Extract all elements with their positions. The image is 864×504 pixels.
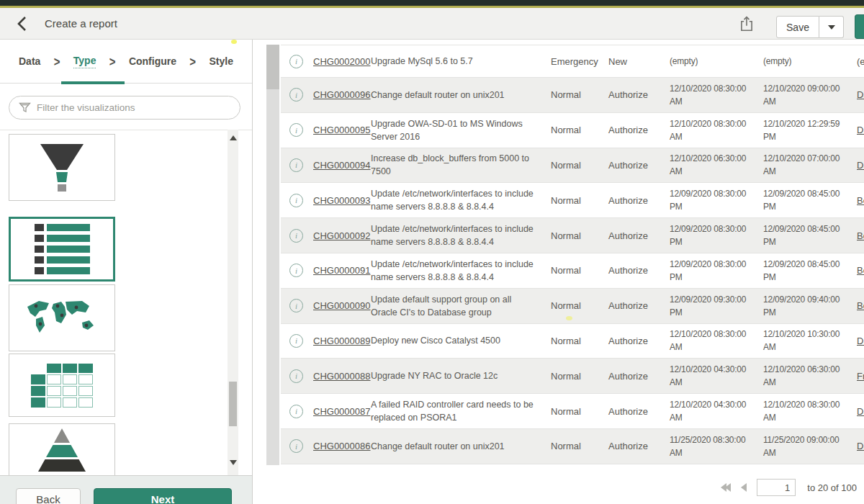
planned-end-value: 12/09/2020 09:40:00 PM — [763, 293, 857, 319]
priority-value: Normal — [551, 406, 608, 417]
change-number-link[interactable]: CHG0000092 — [313, 230, 371, 241]
change-number-link[interactable]: CHG0000091 — [313, 265, 371, 276]
table-row: i CHG0000091 Update /etc/network/interfa… — [281, 253, 864, 289]
info-icon[interactable]: i — [289, 55, 303, 68]
save-button[interactable]: Save — [776, 16, 819, 38]
wizard-step-configure[interactable]: Configure — [129, 55, 176, 67]
planned-start-value: 12/10/2020 04:30:00 AM — [670, 363, 763, 389]
back-chevron-icon — [14, 24, 30, 36]
info-icon[interactable]: i — [289, 194, 303, 207]
visualization-list — [0, 130, 252, 475]
assigned-to-link[interactable]: Dav — [857, 160, 864, 171]
breadcrumb-chevron-icon: > — [189, 53, 196, 68]
change-number-link[interactable]: CHG0000087 — [313, 406, 371, 417]
previous-page-button[interactable] — [741, 483, 747, 492]
filter-funnel-icon — [19, 102, 31, 116]
table-row: i CHG0000094 Increase db_block_buffers f… — [281, 148, 864, 184]
change-number-link[interactable]: CHG0000093 — [313, 195, 371, 206]
info-icon[interactable]: i — [289, 439, 303, 453]
assigned-to-link[interactable]: Bow — [857, 230, 864, 241]
priority-value: Normal — [551, 300, 608, 311]
short-description: Increase db_block_buffers from 5000 to 7… — [371, 152, 551, 178]
info-icon[interactable]: i — [289, 158, 303, 172]
viz-option-heatmap-table[interactable] — [9, 354, 115, 417]
pagination-range-label: to 20 of 100 — [807, 482, 857, 493]
planned-start-value: 11/25/2020 08:30:00 AM — [670, 433, 763, 459]
change-number-link[interactable]: CHG0002000 — [313, 56, 371, 67]
assigned-to-link[interactable]: Dav — [857, 441, 864, 451]
assigned-to-link[interactable]: Bow — [857, 300, 864, 311]
info-icon[interactable]: i — [289, 369, 303, 383]
wizard-step-data[interactable]: Data — [19, 55, 40, 67]
back-step-button[interactable]: Back — [16, 488, 81, 504]
save-caret-icon — [828, 25, 835, 33]
change-number-link[interactable]: CHG0000090 — [313, 300, 371, 311]
info-icon[interactable]: i — [289, 88, 303, 102]
change-number-link[interactable]: CHG0000089 — [313, 336, 371, 346]
wizard-step-style[interactable]: Style — [209, 55, 233, 67]
info-icon[interactable]: i — [289, 264, 303, 277]
funnel-chart-icon — [9, 135, 115, 200]
scroll-down-icon[interactable] — [230, 460, 237, 465]
first-page-button[interactable] — [721, 483, 731, 492]
breadcrumb-chevron-icon: > — [54, 53, 60, 68]
viz-option-world-map[interactable] — [9, 284, 115, 351]
change-number-link[interactable]: CHG0000094 — [313, 160, 371, 171]
heatmap-table-icon — [31, 364, 93, 408]
next-step-button[interactable]: Next — [94, 488, 232, 504]
assigned-to-link[interactable]: Dav — [857, 336, 864, 346]
change-number-link[interactable]: CHG0000088 — [313, 371, 371, 382]
state-value: Authorize — [608, 371, 670, 382]
change-number-link[interactable]: CHG0000095 — [313, 125, 371, 135]
page-number-input[interactable] — [757, 479, 796, 496]
scroll-up-icon[interactable] — [230, 135, 237, 140]
viz-list-scrollbar[interactable] — [228, 130, 238, 475]
assigned-to-link[interactable]: Bow — [857, 195, 864, 206]
back-button[interactable] — [14, 14, 36, 35]
table-row: i CHG0000088 Upgrade NY RAC to Oracle 12… — [281, 359, 864, 394]
short-description: Update /etc/network/interfaces to includ… — [371, 222, 551, 248]
table-row: i CHG0000087 A failed RAID controller ca… — [281, 394, 864, 429]
assigned-to-link[interactable]: Bow — [857, 265, 864, 276]
assigned-to-link[interactable]: Dav — [857, 406, 864, 417]
planned-start-value: 12/10/2020 08:30:00 AM — [670, 328, 763, 354]
share-button[interactable] — [739, 15, 757, 34]
state-value: Authorize — [608, 89, 670, 100]
list-icon — [35, 224, 90, 274]
planned-end-value: 12/10/2020 06:30:00 AM — [763, 363, 857, 389]
info-icon[interactable]: i — [289, 334, 303, 348]
wizard-step-type[interactable]: Type — [73, 55, 96, 68]
viz-option-funnel-chart[interactable] — [9, 134, 115, 201]
save-menu-button[interactable] — [819, 16, 844, 38]
priority-value: Normal — [551, 89, 608, 100]
planned-start-value: (empty) — [670, 55, 763, 68]
state-value: Authorize — [608, 300, 670, 311]
world-map-icon — [22, 295, 102, 341]
viz-option-pyramid-chart[interactable] — [9, 423, 115, 475]
short-description: Change default router on unix201 — [371, 440, 551, 453]
info-icon[interactable]: i — [289, 229, 303, 243]
run-button-partial[interactable] — [855, 14, 864, 39]
change-number-link[interactable]: CHG0000096 — [313, 89, 371, 100]
scrollbar-thumb[interactable] — [229, 382, 237, 426]
cursor-highlight-dot — [231, 40, 237, 44]
priority-value: Normal — [551, 230, 608, 241]
viz-option-list[interactable] — [9, 217, 115, 282]
short-description: Update default support group on all Orac… — [371, 293, 551, 319]
assigned-to-link[interactable]: Fre — [857, 371, 864, 382]
assigned-to-link[interactable]: (empty) — [857, 56, 864, 67]
preview-scrollbar-thumb[interactable] — [266, 45, 279, 89]
state-value: Authorize — [608, 336, 670, 346]
info-icon[interactable]: i — [289, 405, 303, 418]
wizard-footer: Back Next — [0, 475, 252, 504]
filter-visualizations-input[interactable] — [9, 96, 240, 120]
table-row: i CHG0000090 Update default support grou… — [281, 289, 864, 324]
info-icon[interactable]: i — [289, 299, 303, 312]
planned-end-value: 12/10/2020 09:00:00 AM — [763, 82, 857, 108]
preview-scrollbar[interactable] — [266, 45, 279, 465]
assigned-to-link[interactable]: Dav — [857, 125, 864, 135]
assigned-to-link[interactable]: Dav — [857, 89, 864, 100]
page-title: Create a report — [45, 17, 117, 30]
change-number-link[interactable]: CHG0000086 — [313, 441, 371, 451]
info-icon[interactable]: i — [289, 123, 303, 137]
